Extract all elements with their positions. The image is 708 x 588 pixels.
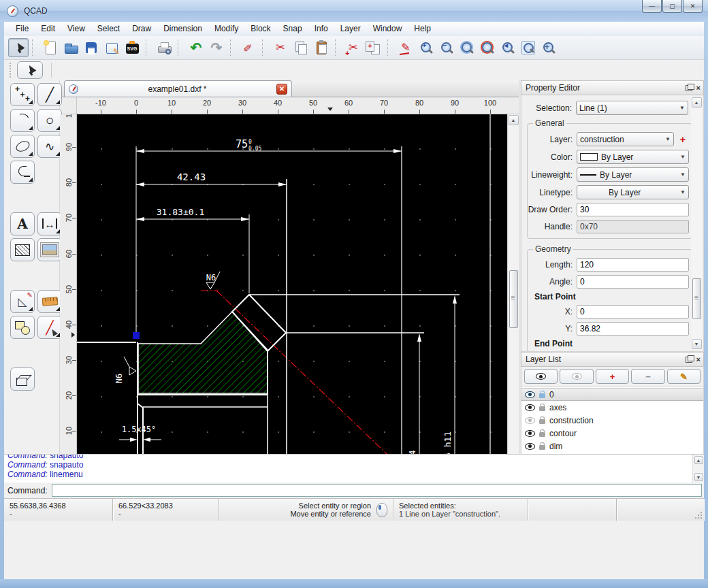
layer-list-header[interactable]: Layer List × — [521, 352, 704, 367]
scroll-thumb[interactable] — [692, 278, 701, 319]
menu-dimension[interactable]: Dimension — [157, 22, 208, 35]
draw-order-input[interactable] — [577, 203, 689, 216]
cut-button[interactable]: ✂ — [270, 38, 291, 57]
tool-line[interactable]: ╱ — [37, 83, 62, 106]
scroll-up-arrow[interactable]: ▲ — [694, 456, 703, 464]
copy-button[interactable] — [291, 38, 311, 57]
zoom-out-button[interactable]: − — [436, 38, 457, 57]
maximize-button[interactable]: ▢ — [662, 0, 682, 13]
tool-arc[interactable] — [10, 109, 35, 132]
tool-ruler[interactable] — [37, 290, 62, 313]
add-to-layer-button[interactable]: + — [677, 133, 689, 146]
selection-combo[interactable]: Line (1)▼ — [576, 101, 688, 115]
layer-visibility-eye-icon[interactable] — [525, 404, 535, 411]
start-y-input[interactable] — [577, 322, 689, 336]
tool-spline[interactable]: ∿ — [37, 135, 62, 158]
history-scrollbar[interactable]: ▲ ▼ — [692, 455, 704, 483]
layer-visibility-eye-icon[interactable] — [525, 417, 535, 424]
show-all-layers-button[interactable] — [524, 369, 558, 384]
new-document-button[interactable] — [40, 38, 61, 57]
undo-button[interactable]: ↶ — [186, 38, 206, 57]
vertical-scroll-thumb[interactable] — [509, 270, 518, 328]
menu-window[interactable]: Window — [367, 22, 408, 35]
add-layer-button[interactable]: + — [596, 369, 629, 384]
lineweight-combo[interactable]: By Layer▼ — [577, 167, 689, 182]
layer-row-contour[interactable]: contour — [521, 427, 703, 440]
minimize-button[interactable]: — — [642, 0, 662, 13]
float-panel-icon[interactable] — [686, 357, 692, 363]
menu-help[interactable]: Help — [408, 22, 437, 35]
menu-draw[interactable]: Draw — [126, 22, 157, 35]
zoom-in-button[interactable]: + — [416, 38, 436, 57]
layer-visibility-eye-icon[interactable] — [525, 430, 535, 437]
window-zoom-button[interactable] — [518, 38, 538, 57]
layer-row-dim[interactable]: dim — [521, 440, 703, 453]
color-combo[interactable]: By Layer▼ — [577, 150, 689, 164]
tool-dimension[interactable]: ↔ — [37, 212, 62, 235]
tool-image[interactable] — [37, 238, 62, 261]
menu-snap[interactable]: Snap — [277, 22, 308, 35]
layer-visibility-eye-icon[interactable] — [525, 443, 535, 450]
scroll-down-arrow[interactable]: ▼ — [692, 339, 702, 349]
angle-input[interactable] — [577, 275, 689, 289]
layer-lock-icon[interactable] — [539, 419, 545, 424]
title-bar[interactable]: QCAD —▢✕ — [0, 0, 708, 22]
pan-zoom-button[interactable]: + — [538, 38, 559, 57]
toolbar-drag-handle[interactable] — [10, 63, 13, 78]
tool-polyline[interactable] — [10, 161, 35, 184]
selection-pointer-button[interactable] — [8, 38, 29, 57]
menu-modify[interactable]: Modify — [208, 22, 244, 35]
close-panel-icon[interactable]: × — [696, 355, 701, 363]
document-tab[interactable]: example01.dxf * ✕ — [64, 80, 292, 97]
close-panel-icon[interactable]: × — [696, 84, 701, 92]
drawing-preferences-button[interactable] — [101, 38, 122, 57]
tab-close-button[interactable]: ✕ — [276, 84, 287, 95]
length-input[interactable] — [577, 258, 689, 272]
remove-layer-button[interactable]: − — [631, 369, 664, 384]
tool-ellipse[interactable] — [10, 135, 35, 158]
tool-3d-solid[interactable] — [10, 368, 35, 391]
layer-row-construction[interactable]: construction — [521, 414, 703, 427]
close-button[interactable]: ✕ — [683, 0, 703, 13]
resize-grip[interactable] — [694, 511, 703, 519]
tool-block[interactable] — [10, 316, 35, 339]
previous-view-button[interactable]: ◂ — [498, 38, 518, 57]
menu-layer[interactable]: Layer — [334, 22, 367, 35]
scroll-down-arrow[interactable]: ▼ — [694, 473, 703, 481]
svg-export-button[interactable]: SVG — [122, 38, 142, 57]
tool-measure[interactable]: ◺ — [10, 290, 35, 313]
layer-row-0[interactable]: 0 — [521, 388, 703, 401]
menu-select[interactable]: Select — [91, 22, 126, 35]
copy-with-reference-button[interactable] — [364, 38, 384, 57]
redo-button[interactable]: ↷ — [206, 38, 227, 57]
layer-lock-icon[interactable] — [539, 393, 545, 398]
command-input[interactable] — [52, 484, 702, 497]
start-x-input[interactable] — [577, 305, 689, 318]
open-document-button[interactable] — [61, 38, 81, 57]
selection-grip[interactable] — [133, 332, 140, 339]
layer-lock-icon[interactable] — [539, 432, 545, 437]
vertical-scrollbar[interactable]: ▲ — [507, 114, 519, 502]
scroll-up-arrow[interactable]: ▲ — [692, 97, 702, 108]
tool-circle[interactable]: ○ — [37, 109, 62, 132]
zoom-to-selection-button[interactable] — [477, 38, 498, 57]
save-document-button[interactable] — [81, 38, 101, 57]
drawing-canvas[interactable]: 75 0 0.05 42.43 31.83±0.1 1.5x45° Φ73.64… — [77, 114, 507, 502]
scroll-up-arrow[interactable]: ▲ — [509, 115, 519, 125]
menu-info[interactable]: Info — [308, 22, 334, 35]
tool-selection-line[interactable]: ╱ — [37, 316, 62, 339]
layer-combo[interactable]: construction▼ — [577, 132, 674, 146]
edit-layer-button[interactable]: ✎ — [667, 369, 701, 384]
pointer-tool-button[interactable] — [17, 61, 43, 79]
layer-visibility-eye-icon[interactable] — [525, 391, 535, 398]
tool-hatch[interactable] — [10, 238, 35, 261]
print-preview-button[interactable] — [154, 38, 174, 57]
paste-button[interactable] — [311, 38, 332, 57]
menu-file[interactable]: File — [10, 22, 35, 35]
auto-zoom-button[interactable] — [457, 38, 477, 57]
menu-block[interactable]: Block — [244, 22, 276, 35]
tool-text[interactable]: A — [10, 212, 35, 235]
linetype-combo[interactable]: By Layer▼ — [577, 185, 689, 199]
cut-with-reference-button[interactable]: ✂ — [343, 38, 364, 57]
menu-view[interactable]: View — [61, 22, 91, 35]
